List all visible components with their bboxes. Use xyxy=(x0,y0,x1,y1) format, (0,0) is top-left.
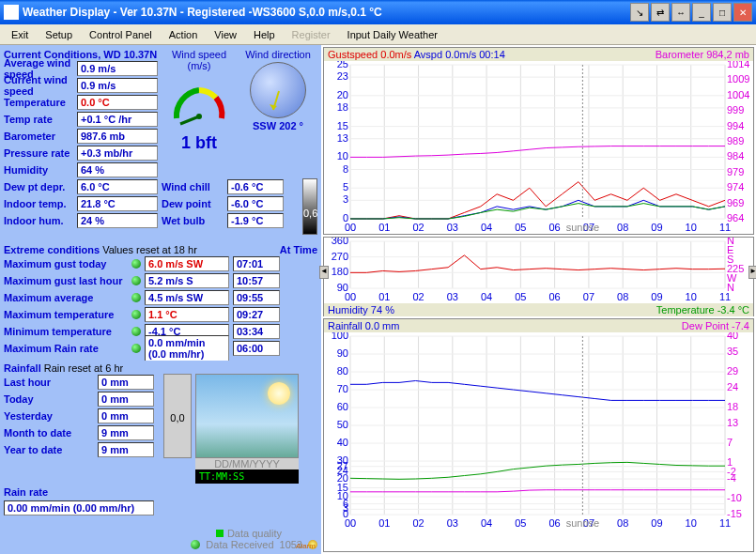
minimize-button[interactable]: _ xyxy=(692,3,711,22)
svg-text:989: 989 xyxy=(727,135,744,146)
titlebar: Weather Display - Ver 10.37N - Registere… xyxy=(0,0,756,24)
cond-value: 0.9 m/s xyxy=(77,61,158,76)
cond-value: 24 % xyxy=(77,213,158,228)
ext-value: 1.1 °C xyxy=(145,307,229,322)
led-icon xyxy=(131,259,141,269)
svg-text:100: 100 xyxy=(332,332,348,341)
svg-text:N: N xyxy=(727,238,734,246)
scroll-left-button[interactable]: ◄ xyxy=(319,266,329,279)
toolbar-btn-3[interactable]: ↔ xyxy=(671,3,690,22)
svg-text:13: 13 xyxy=(727,417,738,428)
svg-text:360: 360 xyxy=(332,238,348,246)
svg-text:30: 30 xyxy=(337,454,348,466)
svg-text:24: 24 xyxy=(727,381,738,392)
svg-text:964: 964 xyxy=(727,212,744,223)
ext-value: 4.5 m/s SW xyxy=(145,290,229,305)
ext-value: 0.0 mm/min (0.0 mm/hr) xyxy=(145,335,229,362)
menu-setup[interactable]: Setup xyxy=(38,27,80,42)
close-button[interactable]: ✕ xyxy=(733,3,752,22)
svg-text:04: 04 xyxy=(481,222,492,233)
svg-text:15: 15 xyxy=(337,120,348,131)
svg-text:01: 01 xyxy=(378,291,390,302)
svg-text:979: 979 xyxy=(727,166,744,177)
ext-label: Maximum average xyxy=(4,292,128,303)
svg-text:3: 3 xyxy=(343,193,348,205)
cond-value: 0.0 °C xyxy=(77,95,158,110)
svg-text:02: 02 xyxy=(412,222,424,233)
svg-text:03: 03 xyxy=(447,222,458,233)
svg-text:09: 09 xyxy=(651,222,662,233)
menu-control-panel[interactable]: Control Panel xyxy=(82,27,160,42)
app-icon xyxy=(4,5,19,20)
menu-exit[interactable]: Exit xyxy=(4,27,36,42)
svg-text:18: 18 xyxy=(727,401,738,412)
rain-rate-label: Rain rate xyxy=(4,486,98,498)
menu-view[interactable]: View xyxy=(207,27,244,42)
ext-time: 07:01 xyxy=(233,256,280,271)
cond-value: -0.6 °C xyxy=(227,179,284,194)
svg-text:09: 09 xyxy=(651,291,662,302)
cond-label: Dew point xyxy=(162,198,227,209)
time-display: TT:MM:SS xyxy=(195,469,299,484)
svg-text:06: 06 xyxy=(549,517,561,529)
rain-value: 9 mm xyxy=(98,442,154,457)
gauge-readout: SSW 202 ° xyxy=(240,120,316,131)
date-placeholder: DD/MM/YYYY xyxy=(195,458,299,469)
svg-text:270: 270 xyxy=(332,251,348,262)
svg-text:-2: -2 xyxy=(727,466,736,477)
wind-speed-gauge: Wind speed (m/s) 1 bft xyxy=(162,49,237,143)
svg-text:05: 05 xyxy=(515,517,526,529)
maximize-button[interactable]: □ xyxy=(713,3,732,22)
svg-text:5: 5 xyxy=(343,181,348,192)
charts-panel: Gustspeed 0.0m/s Avspd 0.0m/s 00:14 Baro… xyxy=(321,45,756,554)
sky-image xyxy=(195,374,299,458)
toolbar-btn-1[interactable]: ↘ xyxy=(630,3,649,22)
menu-input-daily[interactable]: Input Daily Weather xyxy=(340,27,445,42)
svg-text:10: 10 xyxy=(686,222,697,233)
svg-point-1 xyxy=(196,114,202,119)
led-icon xyxy=(131,310,141,319)
ext-time: 10:57 xyxy=(233,273,280,288)
alarm-label: Alarm xyxy=(296,542,316,550)
svg-text:sunrise: sunrise xyxy=(566,517,599,529)
svg-text:04: 04 xyxy=(481,517,492,529)
svg-text:969: 969 xyxy=(727,197,744,208)
wind-direction-gauge: Wind direction SSW 202 ° xyxy=(240,49,316,143)
cond-label: Indoor hum. xyxy=(4,215,77,226)
chart-direction[interactable]: ◄ ► 00010203040506070809101190180270360N… xyxy=(323,237,754,316)
svg-text:09: 09 xyxy=(651,517,662,529)
menu-action[interactable]: Action xyxy=(162,27,206,42)
svg-text:-15: -15 xyxy=(727,508,742,519)
svg-text:1004: 1004 xyxy=(727,89,749,100)
scroll-right-button[interactable]: ► xyxy=(748,266,756,279)
ext-time: 06:00 xyxy=(233,341,280,356)
rain-value: 9 mm xyxy=(98,425,154,440)
svg-text:90: 90 xyxy=(337,282,348,293)
rain-rate-value: 0.00 mm/min (0.00 mm/hr) xyxy=(4,500,154,516)
ext-label: Maximum Rain rate xyxy=(4,343,128,354)
svg-text:06: 06 xyxy=(549,222,561,233)
chart-temp-hum[interactable]: Rainfall 0.0 mm Dew Point -7.4 000102030… xyxy=(323,318,754,552)
menu-register: Register xyxy=(285,27,338,42)
svg-text:70: 70 xyxy=(337,383,348,394)
svg-text:01: 01 xyxy=(378,517,390,529)
svg-text:01: 01 xyxy=(378,222,390,233)
at-time-label: At Time xyxy=(280,244,317,255)
chart3-svg: 0001020304050607080910110361015202427304… xyxy=(324,332,751,530)
svg-text:90: 90 xyxy=(337,347,348,359)
ext-time: 09:27 xyxy=(233,307,280,322)
data-quality-led xyxy=(216,530,224,537)
toolbar-btn-2[interactable]: ⇄ xyxy=(651,3,670,22)
svg-text:07: 07 xyxy=(583,291,594,302)
svg-text:10: 10 xyxy=(337,150,348,162)
svg-text:10: 10 xyxy=(686,517,697,529)
extreme-panel: Extreme conditions Values reset at 18 hr… xyxy=(2,242,319,359)
chart-wind-baro[interactable]: Gustspeed 0.0m/s Avspd 0.0m/s 00:14 Baro… xyxy=(323,47,754,235)
ext-time: 03:34 xyxy=(233,324,280,339)
menu-help[interactable]: Help xyxy=(246,27,283,42)
rain-label: Today xyxy=(4,393,98,405)
rain-value: 0 mm xyxy=(98,408,154,423)
svg-text:03: 03 xyxy=(447,291,458,302)
svg-text:974: 974 xyxy=(727,181,744,192)
svg-text:08: 08 xyxy=(617,291,628,302)
